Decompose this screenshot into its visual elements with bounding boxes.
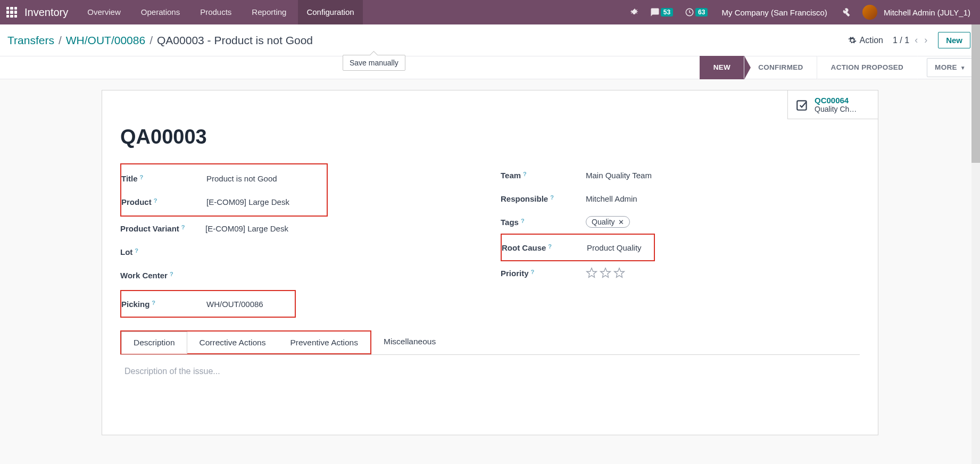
label-team: Team?: [501, 171, 586, 180]
new-button[interactable]: New: [938, 32, 970, 48]
help-icon[interactable]: ?: [135, 247, 138, 254]
nav-reporting[interactable]: Reporting: [243, 0, 295, 24]
label-work-center: Work Center?: [120, 271, 205, 280]
tab-preventive-actions[interactable]: Preventive Actions: [278, 332, 370, 353]
label-lot: Lot?: [120, 247, 205, 256]
field-tags[interactable]: Quality ✕: [586, 216, 630, 228]
stage-more[interactable]: MORE▼: [927, 58, 974, 77]
nav-operations[interactable]: Operations: [132, 0, 188, 24]
field-variant[interactable]: [E-COM09] Large Desk: [205, 224, 288, 233]
form-sheet: QC00064 Quality Ch… QA00003 Title? Produ…: [102, 90, 878, 435]
tab-corrective-actions[interactable]: Corrective Actions: [187, 332, 278, 353]
tab-miscellaneous[interactable]: Miscellaneous: [371, 330, 448, 354]
description-editor[interactable]: Description of the issue...: [120, 355, 860, 413]
scrollbar-thumb[interactable]: [971, 24, 980, 163]
record-name: QA00003: [120, 126, 860, 148]
label-responsible: Responsible?: [501, 194, 586, 203]
label-product: Product?: [121, 197, 206, 206]
pager: 1 / 1 ‹ ›: [893, 35, 928, 46]
help-icon[interactable]: ?: [170, 271, 173, 277]
tag-remove-icon[interactable]: ✕: [618, 218, 624, 226]
right-column: Team? Main Quality Team Responsible? Mit…: [501, 163, 860, 318]
tools-icon[interactable]: [837, 0, 855, 24]
label-priority: Priority?: [501, 269, 586, 278]
debug-icon[interactable]: [626, 0, 643, 24]
activities-badge: 63: [695, 8, 708, 16]
breadcrumb-sep: /: [145, 34, 157, 47]
breadcrumb-current: QA00003 - Product is not Good: [157, 34, 313, 47]
breadcrumb-bar: Transfers / WH/OUT/00086 / QA00003 - Pro…: [0, 24, 980, 56]
help-icon[interactable]: ?: [140, 174, 144, 180]
nav-overview[interactable]: Overview: [79, 0, 129, 24]
svg-rect-1: [797, 101, 806, 110]
messages-badge: 53: [661, 8, 673, 16]
statusbar: NEW CONFIRMED ACTION PROPOSED MORE▼: [0, 56, 980, 79]
company-selector[interactable]: My Company (San Francisco): [715, 8, 833, 17]
stat-quality-check[interactable]: QC00064 Quality Ch…: [787, 90, 878, 119]
pager-next[interactable]: ›: [923, 35, 928, 46]
tab-description[interactable]: Description: [121, 332, 187, 354]
stage-new[interactable]: NEW: [700, 56, 744, 79]
star-icon[interactable]: [613, 267, 625, 279]
help-icon[interactable]: ?: [181, 224, 185, 230]
notebook: Description Corrective Actions Preventiv…: [120, 330, 860, 413]
top-navbar: Inventory Overview Operations Products R…: [0, 0, 980, 24]
messages-icon[interactable]: 53: [646, 0, 677, 24]
star-icon[interactable]: [600, 267, 611, 279]
field-team[interactable]: Main Quality Team: [586, 171, 652, 180]
help-icon[interactable]: ?: [152, 300, 155, 306]
avatar: [862, 5, 877, 20]
nav-products[interactable]: Products: [192, 0, 240, 24]
caret-down-icon: ▼: [960, 65, 966, 71]
field-product[interactable]: [E-COM09] Large Desk: [206, 197, 289, 206]
breadcrumb-picking[interactable]: WH/OUT/00086: [66, 34, 145, 47]
left-column: Title? Product is not Good Product? [E-C…: [120, 163, 479, 318]
label-picking: Picking?: [121, 300, 206, 309]
help-icon[interactable]: ?: [548, 243, 552, 250]
user-name: Mitchell Admin (JULY_1): [884, 8, 970, 17]
nav-configuration[interactable]: Configuration: [298, 0, 362, 24]
field-picking[interactable]: WH/OUT/00086: [206, 300, 263, 309]
field-priority[interactable]: [586, 267, 625, 279]
module-name[interactable]: Inventory: [24, 6, 68, 19]
stage-confirmed[interactable]: CONFIRMED: [744, 56, 817, 79]
user-menu[interactable]: Mitchell Admin (JULY_1): [858, 0, 975, 24]
breadcrumb-transfers[interactable]: Transfers: [7, 34, 54, 47]
save-tooltip: Save manually: [343, 55, 405, 71]
field-title[interactable]: Product is not Good: [206, 174, 277, 183]
help-icon[interactable]: ?: [521, 218, 525, 224]
stage-action-proposed[interactable]: ACTION PROPOSED: [817, 56, 918, 79]
scrollbar[interactable]: [971, 24, 980, 461]
help-icon[interactable]: ?: [523, 171, 527, 177]
star-icon[interactable]: [586, 267, 597, 279]
label-variant: Product Variant?: [120, 224, 205, 233]
help-icon[interactable]: ?: [154, 197, 157, 204]
apps-grid-icon[interactable]: [6, 7, 17, 18]
tag-quality[interactable]: Quality ✕: [586, 216, 630, 228]
field-responsible[interactable]: Mitchell Admin: [586, 194, 637, 203]
pager-count: 1 / 1: [893, 36, 909, 45]
label-tags: Tags?: [501, 218, 586, 227]
label-title: Title?: [121, 174, 206, 183]
label-root-cause: Root Cause?: [502, 243, 587, 252]
stat-title: QC00064: [815, 96, 857, 105]
checkbox-icon: [795, 98, 809, 112]
activities-icon[interactable]: 63: [680, 0, 712, 24]
help-icon[interactable]: ?: [531, 269, 535, 275]
help-icon[interactable]: ?: [550, 194, 554, 201]
action-menu-button[interactable]: Action: [848, 36, 883, 45]
breadcrumb-sep: /: [54, 34, 66, 47]
stat-subtitle: Quality Ch…: [815, 105, 857, 113]
pager-prev[interactable]: ‹: [913, 35, 919, 46]
gear-icon: [848, 36, 857, 45]
field-root-cause[interactable]: Product Quality: [587, 243, 642, 252]
